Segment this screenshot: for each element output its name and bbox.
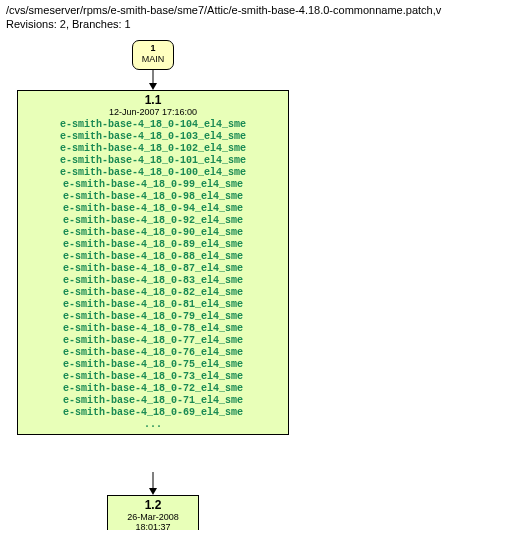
revision-1-2-node[interactable]: 1.2 26-Mar-2008 18:01:37 HEAD — [107, 495, 199, 530]
revision-1-1-node[interactable]: 1.1 12-Jun-2007 17:16:00 e-smith-base-4_… — [17, 90, 289, 435]
revision-1-1-more: ... — [22, 419, 284, 431]
repo-path: /cvs/smeserver/rpms/e-smith-base/sme7/At… — [0, 0, 512, 18]
svg-marker-1 — [149, 83, 157, 90]
revision-1-1-date: 12-Jun-2007 17:16:00 — [22, 107, 284, 117]
repo-meta: Revisions: 2, Branches: 1 — [0, 18, 512, 40]
svg-marker-3 — [149, 488, 157, 495]
graph-canvas: 1 MAIN 1.1 12-Jun-2007 17:16:00 e-smith-… — [0, 40, 512, 530]
branch-main-node[interactable]: 1 MAIN — [132, 40, 174, 70]
revision-1-2-date: 26-Mar-2008 18:01:37 — [112, 512, 194, 530]
revision-1-1-number: 1.1 — [22, 93, 284, 107]
branch-main-count: 1 — [133, 43, 173, 54]
revision-1-2-number: 1.2 — [112, 498, 194, 512]
revision-1-1-tags: e-smith-base-4_18_0-104_el4_sme e-smith-… — [22, 119, 284, 419]
branch-main-label: MAIN — [133, 54, 173, 65]
